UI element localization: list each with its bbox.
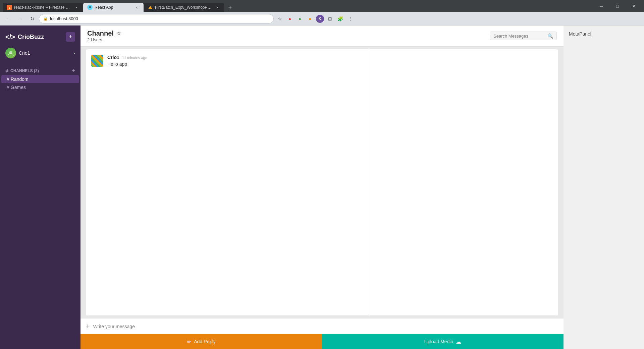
new-tab-button[interactable]: +: [225, 3, 235, 12]
browser-titlebar: 🔥 react-slack-clone – Firebase com... × …: [0, 0, 644, 12]
messages-panel: Crio1 11 minutes ago Hello app: [86, 49, 558, 315]
messages-list: Crio1 11 minutes ago Hello app: [86, 49, 369, 315]
channels-section: ⇄ CHANNELS (2) + # Random # Games: [0, 64, 80, 94]
user-name: Crio1: [19, 50, 71, 56]
message-time: 11 minutes ago: [122, 56, 147, 60]
message-text: Hello app: [107, 61, 364, 67]
message-meta: Crio1 11 minutes ago: [107, 55, 364, 60]
channel-header: Channel ☆ 2 Users 🔍: [80, 26, 564, 47]
browser-toolbar: ← → ↻ 🔒 localhost:3000 ☆ ● ● ● K ⊞ 🧩 ⋮: [0, 12, 644, 26]
channel-name-games: Games: [11, 85, 26, 90]
search-box[interactable]: 🔍: [490, 32, 557, 40]
tab-close-3[interactable]: ×: [215, 5, 220, 10]
message-author: Crio1: [107, 55, 119, 60]
tab-favicon-3: [148, 5, 153, 10]
add-reply-label: Add Reply: [194, 339, 216, 344]
sidebar-header: </> CrioBuzz +: [0, 26, 80, 45]
channel-item-games[interactable]: # Games: [1, 83, 79, 91]
input-add-icon[interactable]: +: [86, 322, 90, 330]
minimize-button[interactable]: ─: [594, 0, 609, 12]
channel-users: 2 Users: [87, 37, 121, 42]
upload-media-label: Upload Media: [424, 339, 453, 344]
avatar-icon: [7, 50, 14, 56]
bottom-actions: ✏ Add Reply Upload Media ☁: [80, 334, 564, 349]
channel-hash-icon: #: [7, 77, 9, 82]
messages-thread: [369, 49, 558, 315]
extension-orange-icon[interactable]: ●: [305, 14, 315, 23]
message-body: Crio1 11 minutes ago Hello app: [107, 55, 364, 67]
maximize-button[interactable]: □: [610, 0, 625, 12]
close-button[interactable]: ✕: [626, 0, 641, 12]
user-section[interactable]: Crio1 ▾: [0, 45, 80, 64]
channels-label: ⇄ CHANNELS (2): [5, 68, 39, 73]
channel-item-random[interactable]: # Random: [1, 75, 79, 83]
address-text: localhost:3000: [50, 16, 78, 21]
logo-area: </> CrioBuzz: [5, 33, 44, 41]
message-item: Crio1 11 minutes ago Hello app: [91, 55, 364, 67]
pixel-avatar-icon: [91, 55, 103, 67]
tab-label-1: react-slack-clone – Firebase com...: [14, 5, 72, 10]
forward-button[interactable]: →: [15, 13, 25, 24]
reply-icon: ✏: [187, 339, 191, 345]
channel-arrows-icon: ⇄: [5, 69, 8, 73]
user-dropdown-icon: ▾: [73, 51, 75, 55]
extensions-icon[interactable]: 🧩: [335, 14, 345, 23]
profile-circle: K: [316, 15, 324, 23]
search-icon: 🔍: [547, 33, 553, 39]
channels-header[interactable]: ⇄ CHANNELS (2) +: [0, 66, 80, 75]
tab-2[interactable]: ⚛ React App ×: [83, 3, 144, 12]
tab-close-2[interactable]: ×: [134, 5, 140, 10]
add-reply-button[interactable]: ✏ Add Reply: [80, 334, 322, 349]
address-bar[interactable]: 🔒 localhost:3000: [39, 14, 274, 23]
channel-hash-icon-2: #: [7, 85, 9, 90]
upload-media-button[interactable]: Upload Media ☁: [322, 334, 564, 349]
message-input[interactable]: [93, 324, 558, 329]
sidebar-add-button[interactable]: +: [66, 32, 75, 42]
back-button[interactable]: ←: [3, 13, 13, 24]
extension-green-icon[interactable]: ●: [295, 14, 305, 23]
messages-wrapper: Crio1 11 minutes ago Hello app: [80, 47, 564, 318]
channel-name-random: Random: [11, 77, 29, 82]
user-avatar: [5, 48, 16, 58]
tab-label-2: React App: [95, 5, 132, 10]
profile-avatar[interactable]: K: [315, 14, 325, 23]
grid-icon[interactable]: ⊞: [325, 14, 335, 23]
channels-add-button[interactable]: +: [71, 68, 75, 74]
bookmark-icon[interactable]: ☆: [275, 14, 284, 23]
app-container: </> CrioBuzz + Crio1 ▾ ⇄: [0, 26, 644, 349]
search-input[interactable]: [493, 34, 545, 39]
reload-button[interactable]: ↻: [27, 13, 38, 24]
main-content: Channel ☆ 2 Users 🔍: [80, 26, 564, 349]
tab-3[interactable]: FirstBatch_Exp8_WorkshopProce... ×: [144, 3, 224, 12]
tab-favicon-2: ⚛: [87, 5, 93, 10]
star-icon[interactable]: ☆: [116, 30, 121, 37]
meta-panel: MetaPanel: [564, 26, 644, 349]
message-input-area: +: [80, 318, 564, 334]
lock-icon: 🔒: [43, 16, 48, 21]
window-controls: ─ □ ✕: [591, 0, 644, 12]
logo-icon: </>: [5, 33, 15, 41]
message-avatar: [91, 55, 103, 67]
sidebar: </> CrioBuzz + Crio1 ▾ ⇄: [0, 26, 80, 349]
channel-title-area: Channel ☆ 2 Users: [87, 30, 121, 42]
logo-text: CrioBuzz: [18, 34, 44, 41]
meta-panel-title: MetaPanel: [569, 31, 591, 37]
toolbar-actions: ☆ ● ● ● K ⊞ 🧩 ⋮: [275, 14, 355, 23]
tab-favicon-1: 🔥: [7, 5, 12, 10]
extension-red-icon[interactable]: ●: [285, 14, 294, 23]
upload-icon: ☁: [456, 339, 461, 345]
tab-label-3: FirstBatch_Exp8_WorkshopProce...: [155, 5, 213, 10]
channel-title: Channel ☆: [87, 30, 121, 37]
tab-close-1[interactable]: ×: [74, 5, 79, 10]
browser-tabs: 🔥 react-slack-clone – Firebase com... × …: [0, 0, 591, 12]
more-icon[interactable]: ⋮: [345, 14, 355, 23]
tab-1[interactable]: 🔥 react-slack-clone – Firebase com... ×: [3, 3, 83, 12]
